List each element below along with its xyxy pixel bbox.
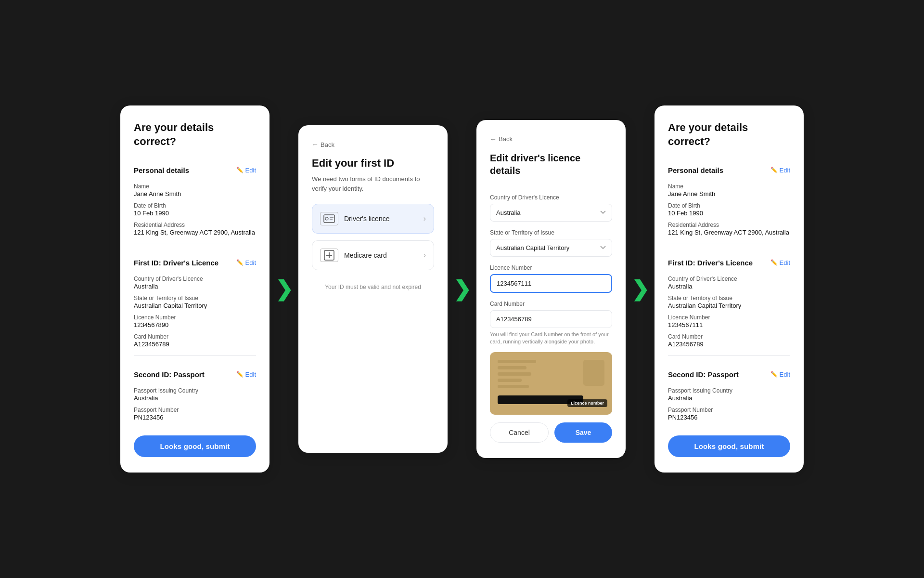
card3-licence-line-3 [498,372,531,376]
card4-licence-num-value: 1234567111 [668,321,790,328]
card-1-details-correct: Are your details correct? Personal detai… [120,105,270,472]
card1-state-label: State or Territory of Issue [134,295,256,302]
card4-state-value: Australian Capital Territory [668,302,790,309]
card3-title: Edit driver's licence details [490,152,612,177]
card1-second-id-section-header: Second ID: Passport ✏️ Edit [134,370,256,379]
card3-back-button[interactable]: ← Back [490,135,612,143]
card1-name-value: Jane Anne Smith [134,190,256,197]
card3-licence-num-input[interactable] [490,274,612,293]
card4-first-id-title: First ID: Driver's Licence [668,259,753,267]
card1-dob-label: Date of Birth [134,202,256,209]
card1-country-label: Country of Driver's Licence [134,276,256,282]
card3-licence-line-2 [498,366,526,369]
card2-back-arrow-icon: ← [312,141,319,148]
card1-submit-button[interactable]: Looks good, submit [134,435,256,457]
card3-licence-lines [498,360,536,388]
card4-personal-section-title: Personal details [668,166,723,174]
card3-card-num-input[interactable] [490,310,612,328]
main-container: Are your details correct? Personal detai… [0,86,924,491]
card3-back-arrow-icon: ← [490,135,497,143]
card4-passport-country-label: Passport Issuing Country [668,387,790,394]
card2-drivers-licence-left: Driver's licence [320,212,389,225]
card3-card-note: You will find your Card Number on the fr… [490,331,612,346]
card3-cancel-button[interactable]: Cancel [490,422,549,443]
card4-divider-1 [668,244,790,244]
card4-country-label: Country of Driver's Licence [668,276,790,282]
card3-country-label: Country of Driver's Licence [490,194,612,201]
arrow-2: ❯ [448,278,476,300]
card1-licence-num-value: 1234567890 [134,321,256,328]
card3-country-select[interactable]: Australia [490,204,612,222]
card1-licence-num-label: Licence Number [134,314,256,321]
card1-personal-edit-icon: ✏️ [236,167,244,173]
card1-divider-1 [134,244,256,244]
card4-country-value: Australia [668,283,790,290]
card1-dob-value: 10 Feb 1990 [134,210,256,217]
card2-medicare-option[interactable]: Medicare card › [312,240,434,270]
card3-licence-line-4 [498,379,522,382]
arrow-1: ❯ [270,278,298,300]
card4-second-id-title: Second ID: Passport [668,370,739,379]
card1-passport-country-value: Australia [134,394,256,402]
card1-title: Are your details correct? [134,121,256,148]
card2-note: Your ID must be valid and not expired [312,284,434,290]
card4-name-value: Jane Anne Smith [668,190,790,197]
card2-title: Edit your first ID [312,157,434,170]
card3-licence-line-5 [498,385,529,388]
card1-name-label: Name [134,183,256,190]
arrow-3: ❯ [626,278,654,300]
card3-licence-illustration: Licence number [490,352,612,415]
card-2-edit-first-id: ← Back Edit your first ID We need two fo… [298,125,448,453]
card2-description: We need two forms of ID documents to ver… [312,174,434,193]
card3-save-button[interactable]: Save [554,422,612,443]
card1-first-id-title: First ID: Driver's Licence [134,259,218,267]
card1-card-num-label: Card Number [134,333,256,340]
card3-licence-avatar [583,360,604,386]
card4-submit-button[interactable]: Looks good, submit [668,435,790,457]
card3-state-select[interactable]: Australian Capital Territory [490,239,612,257]
card2-medicare-label: Medicare card [344,251,387,259]
card4-address-label: Residential Address [668,222,790,228]
card4-first-id-edit-button[interactable]: ✏️ Edit [770,259,790,266]
card1-second-id-title: Second ID: Passport [134,370,205,379]
card4-first-id-edit-icon: ✏️ [770,259,778,266]
card1-divider-2 [134,355,256,356]
card3-card-num-label: Card Number [490,301,612,307]
card4-personal-section-header: Personal details ✏️ Edit [668,166,790,174]
card4-dob-label: Date of Birth [668,202,790,209]
card1-country-value: Australia [134,283,256,290]
card4-licence-num-label: Licence Number [668,314,790,321]
card3-licence-line-1 [498,360,536,363]
card4-personal-edit-button[interactable]: ✏️ Edit [770,167,790,174]
card1-personal-edit-button[interactable]: ✏️ Edit [236,167,256,174]
card4-second-id-edit-icon: ✏️ [770,371,778,378]
card1-first-id-edit-icon: ✏️ [236,259,244,266]
card4-card-num-label: Card Number [668,333,790,340]
card2-medicare-icon [320,249,338,262]
card1-address-label: Residential Address [134,222,256,228]
card4-state-label: State or Territory of Issue [668,295,790,302]
card4-personal-edit-icon: ✏️ [770,167,778,173]
card1-address-value: 121 King St, Greenway ACT 2900, Australi… [134,229,256,236]
card1-state-value: Australian Capital Territory [134,302,256,309]
card2-medicare-left: Medicare card [320,249,387,262]
card4-passport-country-value: Australia [668,394,790,402]
card-3-edit-licence: ← Back Edit driver's licence details Cou… [476,120,626,459]
card1-first-id-edit-button[interactable]: ✏️ Edit [236,259,256,266]
card4-second-id-edit-button[interactable]: ✏️ Edit [770,371,790,378]
card2-medicare-chevron: › [424,251,426,260]
card1-first-id-section-header: First ID: Driver's Licence ✏️ Edit [134,259,256,267]
card4-first-id-section-header: First ID: Driver's Licence ✏️ Edit [668,259,790,267]
card-4-details-correct-updated: Are your details correct? Personal detai… [654,105,804,472]
card2-drivers-licence-label: Driver's licence [344,215,389,223]
card2-drivers-licence-chevron: › [424,214,426,223]
card1-second-id-edit-button[interactable]: ✏️ Edit [236,371,256,378]
card1-passport-num-label: Passport Number [134,407,256,413]
card3-footer: Cancel Save [490,415,612,443]
card1-passport-num-value: PN123456 [134,414,256,421]
card1-personal-section-title: Personal details [134,166,189,174]
card2-drivers-licence-option[interactable]: Driver's licence › [312,204,434,234]
card2-back-button[interactable]: ← Back [312,141,434,148]
card4-passport-num-value: PN123456 [668,414,790,421]
card2-drivers-licence-icon [320,212,338,225]
